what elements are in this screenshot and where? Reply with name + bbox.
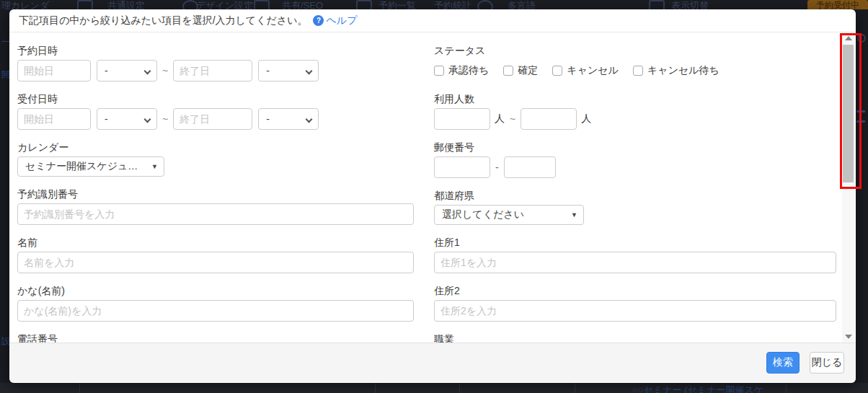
- checkbox-icon[interactable]: [633, 66, 643, 76]
- scrollbar-down-arrow-icon[interactable]: [845, 335, 852, 339]
- reservation-open-button: 予約受付中: [807, 0, 868, 9]
- chevron-down-icon: [144, 68, 151, 75]
- people-max-input[interactable]: [521, 108, 577, 130]
- reservation-start-date-input[interactable]: [17, 60, 91, 81]
- search-filter-modal: 下記項目の中から絞り込みたい項目を選択/入力してください。 ? ヘルプ 予約日時…: [9, 9, 856, 383]
- field-reservation-datetime: 予約日時 - ~ -: [17, 45, 414, 81]
- people-min-input[interactable]: [434, 108, 490, 130]
- chevron-down-icon: [306, 116, 313, 123]
- people-unit: 人: [581, 112, 591, 125]
- field-address1: 住所1: [434, 237, 836, 273]
- field-reception-datetime: 受付日時 - ~ -: [17, 93, 414, 130]
- nav-item-share-seo: 共有/SEO: [282, 0, 323, 9]
- reservation-end-time-select[interactable]: -: [258, 60, 319, 81]
- status-checkbox-cancelled[interactable]: キャンセル: [552, 64, 619, 77]
- dropdown-triangle-icon: ▼: [571, 211, 577, 218]
- calendar-icon: [77, 0, 93, 9]
- reservation-start-time-select[interactable]: -: [97, 60, 157, 81]
- field-reservation-id: 予約識別番号: [17, 188, 414, 225]
- postal-separator: -: [495, 162, 499, 173]
- address1-input[interactable]: [434, 252, 836, 273]
- field-calendar: カレンダー セミナー開催スケジュール… ▼: [17, 141, 414, 177]
- field-prefecture: 都道府県 選択してください ▼: [434, 190, 836, 225]
- modal-footer: 検索 閉じる: [9, 343, 856, 382]
- nav-item-multilingual: 多言語: [508, 0, 536, 9]
- status-checkbox-waitlist-cancel[interactable]: キャンセル待ち: [633, 64, 719, 77]
- field-postal-code: 郵便番号 -: [434, 141, 836, 178]
- people-icon: [477, 0, 493, 9]
- field-label: 名前: [17, 237, 414, 249]
- checkbox-icon[interactable]: [552, 66, 562, 76]
- postal-code-second-input[interactable]: [504, 156, 556, 178]
- field-name: 名前: [17, 237, 414, 273]
- background-seminar-text: ○○セミナー (セミナー開催スケ: [632, 384, 763, 393]
- name-input[interactable]: [17, 252, 414, 273]
- help-link[interactable]: ヘルプ: [326, 14, 357, 27]
- postal-code-first-input[interactable]: [434, 156, 490, 178]
- field-label: ステータス: [434, 45, 836, 57]
- nav-item-display-toggle: 表示切替: [671, 0, 709, 9]
- instruction-text: 下記項目の中から絞り込みたい項目を選択/入力してください。: [19, 14, 307, 27]
- field-label: 受付日時: [17, 93, 414, 105]
- help-icon[interactable]: ?: [313, 15, 324, 26]
- field-label: 予約識別番号: [17, 188, 414, 200]
- background-table-row: ○○セミナー (セミナー開催スケ: [0, 383, 868, 393]
- modal-body: 予約日時 - ~ -: [9, 32, 856, 343]
- field-occupation: 職業: [434, 333, 836, 343]
- field-label: 住所2: [434, 285, 836, 297]
- monitor-icon: [649, 0, 665, 9]
- share-icon: [254, 0, 270, 9]
- field-label: 利用人数: [434, 93, 836, 105]
- field-people-count: 利用人数 人 ~ 人: [434, 93, 836, 130]
- scrollbar-up-arrow-icon[interactable]: [845, 36, 852, 40]
- reception-end-time-select[interactable]: -: [258, 108, 319, 130]
- search-button[interactable]: 検索: [766, 352, 800, 374]
- background-fragment: 開: [1, 69, 9, 81]
- field-label: 予約日時: [17, 45, 414, 57]
- chevron-down-icon: [306, 68, 313, 75]
- dropdown-triangle-icon: ▼: [151, 163, 158, 170]
- background-link-fragment: [856, 120, 865, 123]
- address2-input[interactable]: [434, 300, 836, 322]
- reception-start-date-input[interactable]: [17, 108, 91, 130]
- nav-item-common-settings: 共通設定: [107, 0, 145, 9]
- field-label: 郵便番号: [434, 141, 836, 154]
- kana-name-input[interactable]: [17, 300, 414, 322]
- range-tilde: ~: [162, 113, 168, 125]
- nav-item-reservation-list: 予約一覧: [378, 0, 416, 9]
- reception-start-time-select[interactable]: -: [97, 108, 157, 130]
- people-unit: 人: [495, 112, 505, 125]
- prefecture-select[interactable]: 選択してください ▼: [434, 205, 584, 225]
- background-fragment: 一: [1, 36, 9, 48]
- reservation-end-date-input[interactable]: [173, 60, 252, 81]
- field-label: 都道府県: [434, 190, 836, 202]
- field-label: かな(名前): [17, 285, 414, 297]
- background-top-navbar: 理カレンダ 共通設定 デザイン設定 共有/SEO 予約一覧 予約統計 多言語 表…: [0, 0, 868, 9]
- close-button[interactable]: 閉じる: [810, 352, 844, 374]
- calendar-select[interactable]: セミナー開催スケジュール… ▼: [17, 156, 164, 177]
- field-kana-name: かな(名前): [17, 285, 414, 322]
- background-left-strip: 一 開 設: [0, 9, 9, 383]
- field-label: 職業: [434, 333, 836, 343]
- status-checkbox-confirmed[interactable]: 確定: [503, 64, 538, 77]
- nav-item-admin-calendar: 理カレンダ: [1, 0, 49, 9]
- range-tilde: ~: [510, 113, 515, 125]
- modal-header: 下記項目の中から絞り込みたい項目を選択/入力してください。 ? ヘルプ: [9, 9, 856, 32]
- nav-item-reservation-stats: 予約統計: [434, 0, 471, 9]
- reception-end-date-input[interactable]: [173, 108, 252, 130]
- field-phone: 電話番号: [17, 333, 414, 343]
- background-link-fragment: [856, 110, 865, 112]
- field-label: 住所1: [434, 237, 836, 249]
- status-checkbox-pending[interactable]: 承認待ち: [434, 64, 489, 77]
- reservation-id-input[interactable]: [17, 203, 414, 225]
- gear-icon: [857, 34, 866, 43]
- chevron-down-icon: [144, 116, 151, 123]
- checkbox-icon[interactable]: [434, 66, 444, 76]
- scrollbar-thumb[interactable]: [843, 45, 854, 182]
- background-fragment: 設: [1, 335, 9, 348]
- field-status: ステータス 承認待ち 確定 キャンセル: [434, 45, 836, 81]
- checkbox-icon[interactable]: [503, 66, 513, 76]
- field-address2: 住所2: [434, 285, 836, 322]
- filter-right-column: ステータス 承認待ち 確定 キャンセル: [434, 45, 836, 343]
- modal-scrollbar[interactable]: [842, 32, 854, 343]
